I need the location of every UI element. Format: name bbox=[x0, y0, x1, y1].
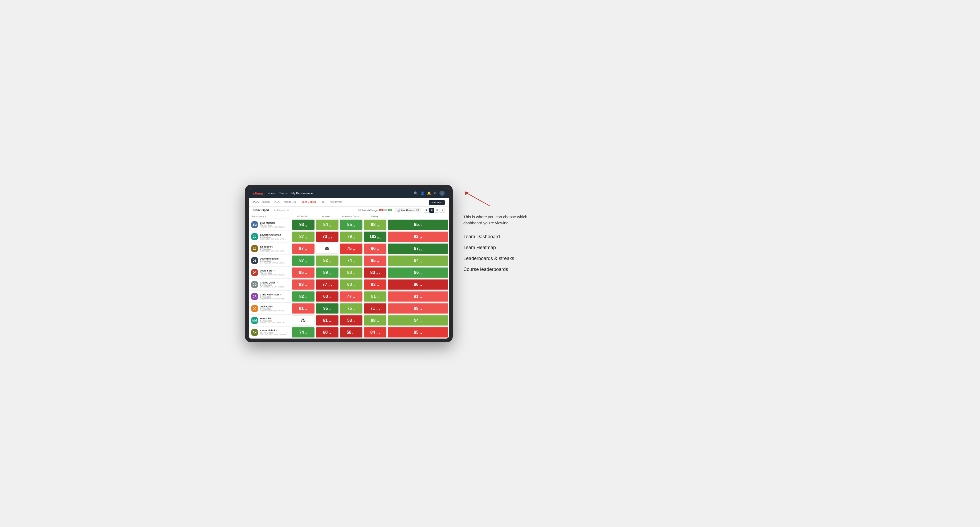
user-icon[interactable]: 👤 bbox=[420, 191, 425, 195]
search-icon[interactable]: 🔍 bbox=[414, 191, 418, 195]
score-change: -3▼ bbox=[304, 309, 307, 311]
score-box: 82 4▲ bbox=[316, 256, 339, 266]
score-box: 73 -11▼ bbox=[316, 232, 339, 242]
score-cell-9-3: 84 -21▼ bbox=[363, 327, 387, 338]
table-row[interactable]: CQ Charlie Quick ✓ 6-10 Handicap St. Geo… bbox=[249, 279, 449, 290]
score-box: 86 -8▼ bbox=[388, 279, 448, 290]
score-cell-7-0: 81 -3▼ bbox=[291, 303, 315, 314]
score-box: 82 3▲ bbox=[292, 291, 315, 302]
settings-icon[interactable]: ⚙ bbox=[434, 191, 437, 195]
avatar[interactable]: 👤 bbox=[439, 190, 445, 196]
score-box: 89 7▲ bbox=[316, 268, 339, 278]
table-row[interactable]: EC Edward Crossman 1-5 Handicap Sunningd… bbox=[249, 231, 449, 243]
tablet-device: clippd Home Teams My Performance 🔍 👤 🔔 ⚙… bbox=[245, 185, 453, 342]
score-change: 3▲ bbox=[304, 297, 307, 298]
last-rounds-button[interactable]: 📊 Last Rounds: 20 bbox=[395, 208, 421, 213]
nav-home[interactable]: Home bbox=[267, 191, 275, 195]
edit-icon[interactable]: ✏ bbox=[287, 209, 289, 211]
col-player-quality[interactable]: Player Quality ▾ bbox=[249, 214, 291, 219]
col-off-tee[interactable]: Off the Tee ▾ bbox=[291, 214, 315, 219]
score-cell-7-3: 71 -11▼ bbox=[363, 303, 387, 314]
subnav-all-players[interactable]: All Players bbox=[330, 198, 342, 206]
score-box: 84 -21▼ bbox=[364, 327, 387, 338]
score-box: 80 1▲ bbox=[340, 279, 363, 290]
player-avatar: EE bbox=[251, 245, 258, 252]
col-putting[interactable]: Putting ▾ bbox=[363, 214, 387, 219]
subnav-team-clippd[interactable]: Team Clippd bbox=[300, 198, 316, 206]
list-view-button[interactable]: ☰ bbox=[434, 208, 439, 213]
score-change: -6▼ bbox=[376, 249, 379, 251]
score-change: 9▲ bbox=[304, 225, 307, 227]
col-around-green[interactable]: Around the Green ▾ bbox=[339, 214, 363, 219]
player-info: Chris Robertson ✓ 1-5 Handicap Craigmill… bbox=[260, 293, 289, 300]
verified-icon: ✓ bbox=[276, 282, 278, 284]
arrow-container bbox=[463, 190, 735, 210]
score-change: 1▲ bbox=[304, 237, 307, 239]
score-value: 75 bbox=[347, 306, 352, 311]
score-value: 81 bbox=[371, 294, 376, 299]
score-value: 88 bbox=[325, 246, 329, 251]
table-row[interactable]: DB Dave Billingham 1-5 Handicap Gog Mago… bbox=[249, 255, 449, 267]
score-change: -4▼ bbox=[419, 333, 422, 335]
score-box: 77 -3▼ bbox=[340, 291, 363, 302]
score-change: -10▼ bbox=[375, 273, 380, 275]
score-cell-3-0: 87 4▲ bbox=[291, 255, 315, 267]
table-row[interactable]: BM Blair McHarg Plus Handicap Royal Nort… bbox=[249, 219, 449, 231]
score-cell-1-3: 103 15▲ bbox=[363, 231, 387, 243]
col-approach[interactable]: Approach ▾ bbox=[315, 214, 339, 219]
nav-my-performance[interactable]: My Performance bbox=[291, 191, 313, 195]
player-cell-0[interactable]: BM Blair McHarg Plus Handicap Royal Nort… bbox=[249, 219, 291, 231]
table-row[interactable]: JC Josh Coles 1-5 Handicap Royal North D… bbox=[249, 303, 449, 314]
score-change: 1▲ bbox=[352, 285, 355, 287]
add-team-button[interactable]: Add Team bbox=[429, 200, 445, 205]
player-cell-3[interactable]: DB Dave Billingham 1-5 Handicap Gog Mago… bbox=[249, 255, 291, 267]
team-name: Team Clippd bbox=[253, 209, 269, 211]
player-cell-8[interactable]: MM Matt Miller 6-10 Handicap Woburn Golf… bbox=[249, 314, 291, 327]
score-cell-4-1: 89 7▲ bbox=[315, 267, 339, 279]
team-header: Team Clippd | 14 Players ✏ 20 Round Chan… bbox=[249, 206, 449, 214]
table-row[interactable]: CR Chris Robertson ✓ 1-5 Handicap Craigm… bbox=[249, 290, 449, 303]
last-rounds-label: Last Rounds: bbox=[401, 209, 415, 211]
score-box: 83 -6▼ bbox=[364, 279, 387, 290]
score-box: 74 1▲ bbox=[340, 256, 363, 266]
table-row[interactable]: MM Matt Miller 6-10 Handicap Woburn Golf… bbox=[249, 314, 449, 327]
score-value: 88 bbox=[371, 318, 376, 323]
table-row[interactable]: EE Elliot Ebert 1-5 Handicap Sunningdale… bbox=[249, 243, 449, 255]
score-box: 95 9▲ bbox=[388, 220, 448, 230]
player-cell-6[interactable]: CR Chris Robertson ✓ 1-5 Handicap Craigm… bbox=[249, 290, 291, 303]
grid-view-button[interactable]: ⊞ bbox=[424, 208, 429, 213]
score-change: -6▼ bbox=[376, 285, 379, 287]
player-cell-5[interactable]: CQ Charlie Quick ✓ 6-10 Handicap St. Geo… bbox=[249, 279, 291, 290]
score-change: 5▲ bbox=[419, 249, 422, 251]
score-cell-9-0: 74 8▲ bbox=[291, 327, 315, 338]
subnav-pgat[interactable]: PGAT Players bbox=[253, 198, 269, 206]
nav-teams[interactable]: Teams bbox=[279, 191, 288, 195]
score-value: 81 bbox=[299, 306, 304, 311]
score-value: 84 bbox=[323, 222, 328, 227]
heatmap-view-button[interactable]: ▦ bbox=[429, 208, 434, 213]
score-value: 83 bbox=[299, 282, 304, 287]
player-info: Edward Crossman 1-5 Handicap Sunningdale… bbox=[260, 233, 289, 240]
score-value: 94 bbox=[414, 318, 419, 323]
subnav-tour[interactable]: Tour bbox=[320, 198, 325, 206]
verified-icon: ✓ bbox=[280, 294, 282, 296]
score-box: 88 bbox=[316, 243, 339, 254]
score-box: 95 8▲ bbox=[316, 303, 339, 314]
team-header-right: 20 Round Change -5 +5 📊 Last Rounds: 20 bbox=[358, 208, 445, 213]
player-cell-7[interactable]: JC Josh Coles 1-5 Handicap Royal North D… bbox=[249, 303, 291, 314]
score-cell-2-3: 86 -6▼ bbox=[363, 243, 387, 255]
subnav-hcaps[interactable]: Hcaps 1-5 bbox=[284, 198, 296, 206]
subnav-pga[interactable]: PGA bbox=[274, 198, 279, 206]
player-cell-4[interactable]: DF David Ford ✓ Plus Handicap Royal Nort… bbox=[249, 267, 291, 279]
player-avatar: DF bbox=[251, 269, 258, 276]
table-row[interactable]: DF David Ford ✓ Plus Handicap Royal Nort… bbox=[249, 267, 449, 279]
player-cell-2[interactable]: EE Elliot Ebert 1-5 Handicap Sunningdale… bbox=[249, 243, 291, 255]
player-cell-9[interactable]: AN Aaron Nicholls 11-15 Handicap Drift G… bbox=[249, 327, 291, 338]
bell-icon[interactable]: 🔔 bbox=[427, 191, 431, 195]
score-value: 87 bbox=[299, 246, 304, 251]
table-row[interactable]: AN Aaron Nicholls 11-15 Handicap Drift G… bbox=[249, 327, 449, 338]
score-value: 58 bbox=[347, 318, 352, 323]
settings-view-button[interactable]: ↕ bbox=[440, 208, 445, 213]
player-cell-1[interactable]: EC Edward Crossman 1-5 Handicap Sunningd… bbox=[249, 231, 291, 243]
player-info: Matt Miller 6-10 Handicap Woburn Golf Cl… bbox=[260, 317, 289, 324]
